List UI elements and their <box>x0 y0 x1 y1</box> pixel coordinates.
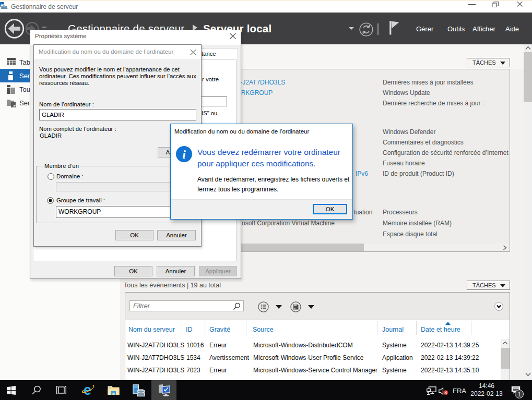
svg-text:i: i <box>182 148 186 161</box>
svg-text:1: 1 <box>517 391 521 397</box>
